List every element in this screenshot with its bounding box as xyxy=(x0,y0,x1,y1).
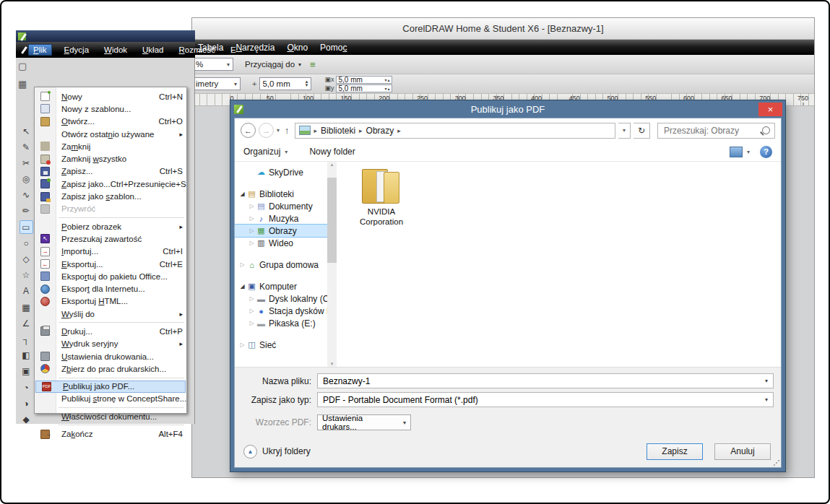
forward-button[interactable]: → xyxy=(259,123,274,138)
toolbox-tool[interactable]: ↖ xyxy=(20,124,33,138)
menu-bar-item[interactable]: Układ xyxy=(139,44,166,56)
cancel-button[interactable]: Anuluj xyxy=(714,443,771,460)
toolbox-tool[interactable]: ◧ xyxy=(20,349,33,362)
breadcrumb-item-obrazy[interactable]: Obrazy xyxy=(366,126,394,136)
refresh-button[interactable]: ↻ xyxy=(634,123,650,139)
tree-expander-icon[interactable] xyxy=(248,240,256,246)
recent-locations-chevron-icon[interactable]: ▾ xyxy=(277,127,280,134)
folder-item[interactable]: NVIDIA Corporation xyxy=(347,168,416,227)
tree-item[interactable]: Grupa domowa xyxy=(235,258,327,271)
spinner-arrows-icon[interactable]: ▲▼ xyxy=(304,80,308,87)
file-menu-item[interactable]: Importuj... Ctrl+I xyxy=(35,246,186,258)
file-menu-item[interactable]: Nowy Ctrl+N xyxy=(35,90,186,103)
file-menu-item[interactable]: Wydruk seryjny ▸ xyxy=(35,338,186,350)
file-menu-item[interactable]: Otwórz... Ctrl+O xyxy=(35,116,186,128)
file-menu-item[interactable]: Ustawienia drukowania... xyxy=(35,350,186,362)
toolbox-tool[interactable]: ○ xyxy=(20,236,33,250)
options-icon[interactable]: ≡ xyxy=(310,59,316,70)
duplicate-x-input[interactable]: 5,0 mm ▾▴ xyxy=(336,76,392,84)
tree-expander-icon[interactable] xyxy=(238,283,246,290)
file-menu-item[interactable]: Pobierz obrazek ▸ xyxy=(35,220,186,233)
organize-dropdown[interactable]: Organizuj xyxy=(243,147,280,157)
save-button[interactable]: Zapisz xyxy=(647,443,703,460)
tree-expander-icon[interactable] xyxy=(248,215,256,222)
new-folder-button[interactable]: Nowy folder xyxy=(309,147,355,157)
tree-item[interactable]: SkyDrive xyxy=(235,166,327,178)
menu-bar-item[interactable]: E xyxy=(228,44,239,56)
breadcrumb-item-biblioteki[interactable]: Biblioteki xyxy=(321,126,355,136)
tree-item[interactable]: Obrazy xyxy=(235,225,327,237)
search-box[interactable] xyxy=(657,123,775,139)
up-button[interactable]: ↑ xyxy=(285,125,290,136)
tree-expander-icon[interactable] xyxy=(248,227,256,234)
tree-item[interactable]: Sieć xyxy=(235,339,327,351)
menu-bar-item[interactable]: Plik xyxy=(28,44,52,56)
toolbox-tool[interactable]: ◇ xyxy=(20,253,33,266)
search-input[interactable] xyxy=(662,125,762,136)
tree-expander-icon[interactable] xyxy=(238,342,246,348)
dialog-titlebar[interactable]: Publikuj jako PDF × xyxy=(234,100,782,118)
scroll-down-icon[interactable]: ▾ xyxy=(331,361,334,367)
tree-item[interactable]: Pikaska (E:) xyxy=(235,317,327,329)
help-icon[interactable]: ? xyxy=(760,146,772,158)
menu-bar-item[interactable]: Widok xyxy=(101,44,130,56)
tree-item[interactable]: Dysk lokalny (C:) xyxy=(235,292,327,305)
file-menu-item[interactable]: Przywróć xyxy=(35,203,186,215)
workspace-grid-icon[interactable]: ▦ xyxy=(18,79,27,90)
tree-expander-icon[interactable] xyxy=(248,308,256,314)
file-menu-item[interactable]: Drukuj... Ctrl+P xyxy=(35,325,186,337)
file-menu-item[interactable]: Zakończ Alt+F4 xyxy=(35,427,186,440)
toolbox-tool[interactable]: ∿ xyxy=(20,188,33,202)
back-button[interactable]: ← xyxy=(241,123,256,138)
tree-item[interactable]: Stacja dysków DV xyxy=(235,305,327,317)
toolbox-tool[interactable]: ✎ xyxy=(20,140,33,154)
menu-bar-item[interactable]: Rozmieść xyxy=(176,44,218,56)
tree-expander-icon[interactable] xyxy=(238,261,246,268)
spinner-arrows-icon[interactable]: ▾▴ xyxy=(384,86,390,91)
file-menu-item[interactable]: Eksportuj... Ctrl+E xyxy=(35,258,186,270)
tree-expander-icon[interactable] xyxy=(248,320,256,326)
hide-folders-label[interactable]: Ukryj foldery xyxy=(262,446,311,456)
tree-expander-icon[interactable] xyxy=(238,191,246,197)
address-dropdown-button[interactable]: ▾ xyxy=(618,123,631,139)
units-combo[interactable]: imetry ▾ xyxy=(192,77,241,90)
menu-bar-item[interactable]: Okno xyxy=(287,43,308,53)
close-button[interactable]: × xyxy=(758,103,782,116)
toolbox-tool[interactable]: ▦ xyxy=(20,300,33,314)
menu-bar-item[interactable]: Narzędzia xyxy=(235,43,274,53)
tree-item[interactable]: Komputer xyxy=(235,280,327,292)
filename-combo[interactable]: Beznazwy-1 ▾ xyxy=(317,373,774,388)
breadcrumb[interactable]: ▸ Biblioteki ▸ Obrazy ▸ xyxy=(295,123,615,139)
file-menu-item[interactable]: Otwórz ostatnio używane ▸ xyxy=(35,128,186,140)
resize-grip[interactable] xyxy=(774,460,779,466)
file-menu-item[interactable]: Eksport dla Internetu... xyxy=(35,282,186,295)
file-menu-item[interactable]: Zapisz... Ctrl+S xyxy=(35,165,186,178)
pdf-preset-combo[interactable]: Ustawienia drukars... ▾ xyxy=(317,414,411,430)
toolbox-tool[interactable]: ✏ xyxy=(20,204,33,218)
file-menu-item[interactable]: Publikuj jako PDF... xyxy=(35,381,186,393)
menu-bar-item[interactable]: Edycja xyxy=(61,44,92,56)
toolbox-tool[interactable]: ◔ xyxy=(20,381,33,394)
toolbox-tool[interactable]: ┐ xyxy=(20,332,33,346)
toolbox-tool[interactable]: ▣ xyxy=(20,365,33,378)
file-menu-item[interactable]: Zbierz do prac drukarskich... xyxy=(35,362,186,375)
tree-item[interactable]: Wideo xyxy=(235,237,327,249)
toolbox-tool[interactable]: ▭ xyxy=(20,220,33,234)
toolbox-tool[interactable]: ✂ xyxy=(20,156,33,170)
file-menu-item[interactable]: Przeszukaj zawartość xyxy=(35,233,186,245)
toolbox-tool[interactable]: ◑ xyxy=(20,396,33,410)
toolbox-tool[interactable]: ☆ xyxy=(20,269,33,282)
zoom-level-combo[interactable]: % ▾ xyxy=(192,58,233,71)
nudge-distance-input[interactable]: 5,0 mm ▲▼ xyxy=(259,77,311,90)
file-menu-item[interactable]: Eksportuj HTML... xyxy=(35,295,186,308)
file-menu-item[interactable]: Nowy z szablonu... xyxy=(35,103,186,115)
scroll-up-icon[interactable]: ▴ xyxy=(331,162,334,168)
hide-folders-icon[interactable]: ▲ xyxy=(243,445,257,459)
toolbox-tool[interactable]: ◆ xyxy=(20,412,33,426)
toolbox-tool[interactable]: A xyxy=(20,284,33,298)
scrollbar-thumb[interactable] xyxy=(327,178,337,263)
file-menu-item[interactable]: Eksportuj do pakietu Office... xyxy=(35,270,186,282)
menu-bar-item[interactable]: Pomoc xyxy=(320,43,347,53)
view-mode-icon[interactable] xyxy=(730,147,743,157)
tree-expander-icon[interactable] xyxy=(248,295,256,302)
